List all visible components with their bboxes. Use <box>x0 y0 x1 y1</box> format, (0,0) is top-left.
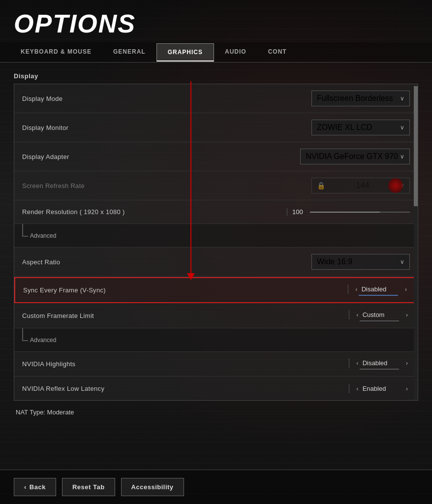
render-resolution-slider-area[interactable]: 100 <box>287 208 410 216</box>
display-adapter-label: Display Adapter <box>22 153 69 160</box>
framerate-value-area[interactable]: ‹ Custom › <box>302 310 410 321</box>
vsync-label: Sync Every Frame (V-Sync) <box>23 286 106 294</box>
nvidia-reflex-prev-btn[interactable]: ‹ <box>354 384 360 393</box>
refresh-rate-label: Screen Refresh Rate <box>22 182 85 189</box>
render-resolution-track[interactable] <box>310 212 410 213</box>
nvidia-highlights-value-area[interactable]: ‹ Disabled › <box>302 358 410 370</box>
advanced-display-button[interactable]: Advanced <box>30 232 56 239</box>
lock-icon: 🔒 <box>317 182 325 189</box>
nvidia-reflex-control[interactable]: ‹ Enabled › <box>349 384 410 393</box>
tab-graphics[interactable]: GRAPHICS <box>156 43 214 62</box>
display-monitor-label: Display Monitor <box>22 124 68 131</box>
vsync-prev-btn[interactable]: ‹ <box>353 284 359 294</box>
framerate-row: Custom Framerate Limit ‹ Custom › <box>14 304 418 328</box>
aspect-ratio-chevron: ∨ <box>400 258 404 265</box>
framerate-next-btn[interactable]: › <box>404 310 410 319</box>
settings-block: Display Mode Fullscreen Borderless ∨ Dis… <box>14 84 418 401</box>
vsync-next-btn[interactable]: › <box>403 284 409 294</box>
display-mode-row: Display Mode Fullscreen Borderless ∨ <box>14 84 418 113</box>
tab-bar: KEYBOARD & MOUSE GENERAL GRAPHICS AUDIO … <box>0 42 432 63</box>
vsync-value-area[interactable]: ‹ Disabled › <box>301 284 409 296</box>
nvidia-highlights-control[interactable]: ‹ Disabled › <box>349 358 410 368</box>
display-mode-value-area[interactable]: Fullscreen Borderless ∨ <box>302 91 410 106</box>
aspect-ratio-dropdown[interactable]: Wide 16:9 ∨ <box>311 254 410 270</box>
framerate-control[interactable]: ‹ Custom › <box>349 310 410 319</box>
advanced-framerate-button[interactable]: Advanced <box>30 337 56 344</box>
display-mode-value: Fullscreen Borderless <box>317 94 393 103</box>
nvidia-highlights-label: NVIDIA Highlights <box>22 360 75 368</box>
display-adapter-dropdown[interactable]: NVIDIA GeForce GTX 970 ∨ <box>300 149 410 164</box>
display-adapter-value: NVIDIA GeForce GTX 970 <box>306 152 398 161</box>
render-resolution-value: 100 <box>287 208 304 216</box>
nvidia-reflex-row: NVIDIA Reflex Low Latency ‹ Enabled › <box>14 377 418 400</box>
nvidia-highlights-value: Disabled <box>363 359 402 367</box>
display-adapter-value-area[interactable]: NVIDIA GeForce GTX 970 ∨ <box>300 149 410 164</box>
back-button[interactable]: ‹ Back <box>14 478 56 496</box>
aspect-ratio-value: Wide 16:9 <box>317 257 352 266</box>
content-area: Display Display Mode Fullscreen Borderle… <box>0 63 432 470</box>
accessibility-button[interactable]: Accessibility <box>121 478 184 496</box>
display-adapter-row: Display Adapter NVIDIA GeForce GTX 970 ∨ <box>14 142 418 171</box>
nvidia-reflex-value: Enabled <box>363 385 402 392</box>
display-monitor-value: ZOWIE XL LCD <box>317 123 372 132</box>
display-monitor-row: Display Monitor ZOWIE XL LCD ∨ <box>14 113 418 142</box>
aspect-ratio-label: Aspect Ratio <box>22 258 60 266</box>
advanced-framerate-row: Advanced <box>14 328 418 352</box>
display-monitor-chevron: ∨ <box>400 124 404 131</box>
display-mode-dropdown[interactable]: Fullscreen Borderless ∨ <box>311 91 410 106</box>
nvidia-highlights-row: NVIDIA Highlights ‹ Disabled › <box>14 352 418 377</box>
page-title: OPTIONS <box>0 0 432 42</box>
framerate-prev-btn[interactable]: ‹ <box>354 310 360 319</box>
footer: ‹ Back Reset Tab Accessibility <box>0 470 432 504</box>
framerate-label: Custom Framerate Limit <box>22 312 94 319</box>
display-mode-chevron: ∨ <box>400 95 404 102</box>
display-monitor-dropdown[interactable]: ZOWIE XL LCD ∨ <box>311 120 410 135</box>
refresh-rate-value: 144 <box>356 181 370 190</box>
render-resolution-row: Render Resolution ( 1920 x 1080 ) 100 <box>14 200 418 224</box>
nvidia-reflex-value-area[interactable]: ‹ Enabled › <box>302 384 410 393</box>
render-resolution-fill <box>310 212 380 213</box>
display-adapter-chevron: ∨ <box>400 153 404 160</box>
vsync-row: Sync Every Frame (V-Sync) ‹ Disabled › <box>14 277 418 303</box>
annotation-arrow <box>187 81 195 280</box>
display-mode-label: Display Mode <box>22 95 62 102</box>
display-monitor-value-area[interactable]: ZOWIE XL LCD ∨ <box>302 120 410 135</box>
framerate-value: Custom <box>363 311 402 318</box>
tab-general[interactable]: GENERAL <box>102 42 156 62</box>
vsync-value: Disabled <box>362 285 401 293</box>
render-resolution-label: Render Resolution ( 1920 x 1080 ) <box>22 208 125 216</box>
refresh-rate-row: Screen Refresh Rate 🔒 144 ∨ <box>14 171 418 200</box>
back-label: Back <box>30 483 46 491</box>
aspect-ratio-row: Aspect Ratio Wide 16:9 ∨ <box>14 248 418 277</box>
reset-tab-button[interactable]: Reset Tab <box>62 478 115 496</box>
tab-keyboard[interactable]: KEYBOARD & MOUSE <box>10 42 102 62</box>
display-section-label: Display <box>14 72 418 80</box>
nvidia-reflex-next-btn[interactable]: › <box>404 384 410 393</box>
nvidia-highlights-prev-btn[interactable]: ‹ <box>354 358 360 368</box>
back-arrow-icon: ‹ <box>24 483 27 491</box>
nat-type: NAT Type: Moderate <box>14 409 418 416</box>
nvidia-reflex-label: NVIDIA Reflex Low Latency <box>22 385 104 392</box>
vsync-control[interactable]: ‹ Disabled › <box>348 284 409 294</box>
tab-audio[interactable]: AUDIO <box>214 42 257 62</box>
nvidia-highlights-next-btn[interactable]: › <box>404 358 410 368</box>
advanced-display-row: Advanced <box>14 224 418 248</box>
aspect-ratio-value-area[interactable]: Wide 16:9 ∨ <box>302 254 410 270</box>
tab-controls[interactable]: CONT <box>257 42 298 62</box>
